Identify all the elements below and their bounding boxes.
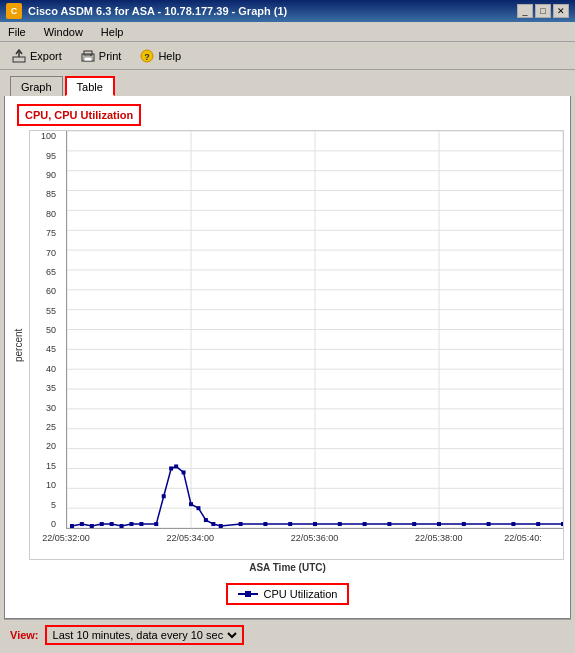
view-select-wrapper[interactable]: Last 10 minutes, data every 10 sec Last … — [45, 625, 244, 645]
svg-text:?: ? — [145, 52, 151, 62]
svg-rect-43 — [162, 494, 166, 498]
help-button[interactable]: ? Help — [134, 45, 186, 67]
svg-rect-63 — [511, 522, 515, 526]
tab-bar: Graph Table — [4, 70, 571, 96]
chart-title: CPU, CPU Utilization — [17, 104, 141, 126]
y-tick-15: 15 — [30, 461, 60, 471]
print-icon — [80, 48, 96, 64]
svg-rect-50 — [211, 522, 215, 526]
y-tick-5: 5 — [30, 500, 60, 510]
tab-graph[interactable]: Graph — [10, 76, 63, 96]
menu-help[interactable]: Help — [97, 25, 128, 39]
svg-rect-53 — [263, 522, 267, 526]
content-wrapper: Graph Table CPU, CPU Utilization percent… — [0, 70, 575, 653]
svg-rect-48 — [196, 506, 200, 510]
menu-window[interactable]: Window — [40, 25, 87, 39]
svg-rect-37 — [100, 522, 104, 526]
y-tick-90: 90 — [30, 170, 60, 180]
legend-label: CPU Utilization — [264, 588, 338, 600]
y-ticks: 0 5 10 15 20 25 30 35 40 45 50 55 60 65 … — [30, 131, 66, 529]
view-select[interactable]: Last 10 minutes, data every 10 sec Last … — [49, 628, 240, 642]
svg-rect-51 — [219, 524, 223, 528]
svg-rect-64 — [536, 522, 540, 526]
svg-rect-35 — [80, 522, 84, 526]
x-axis-labels: 22/05:32:00 22/05:34:00 22/05:36:00 22/0… — [66, 529, 563, 559]
y-tick-30: 30 — [30, 403, 60, 413]
y-tick-55: 55 — [30, 306, 60, 316]
y-axis-label: percent — [11, 130, 25, 560]
menu-bar: File Window Help — [0, 22, 575, 42]
svg-rect-60 — [437, 522, 441, 526]
svg-rect-34 — [70, 524, 74, 528]
y-tick-70: 70 — [30, 248, 60, 258]
export-icon — [11, 48, 27, 64]
print-button[interactable]: Print — [75, 45, 127, 67]
y-tick-20: 20 — [30, 441, 60, 451]
x-tick-3: 22/05:38:00 — [399, 533, 479, 543]
svg-rect-42 — [154, 522, 158, 526]
svg-rect-67 — [245, 591, 251, 597]
svg-rect-61 — [462, 522, 466, 526]
bottom-bar: View: Last 10 minutes, data every 10 sec… — [4, 619, 571, 649]
svg-rect-36 — [90, 524, 94, 528]
y-tick-100: 100 — [30, 131, 60, 141]
menu-file[interactable]: File — [4, 25, 30, 39]
help-label: Help — [158, 50, 181, 62]
minimize-button[interactable]: _ — [517, 4, 533, 18]
y-tick-65: 65 — [30, 267, 60, 277]
x-axis-title: ASA Time (UTC) — [5, 562, 570, 573]
svg-rect-44 — [169, 466, 173, 470]
svg-rect-45 — [174, 464, 178, 468]
x-tick-0: 22/05:32:00 — [26, 533, 106, 543]
print-label: Print — [99, 50, 122, 62]
svg-rect-49 — [204, 518, 208, 522]
y-tick-40: 40 — [30, 364, 60, 374]
svg-rect-52 — [239, 522, 243, 526]
chart-area: percent 0 5 10 15 20 25 30 35 40 45 50 5… — [11, 130, 564, 560]
window-controls[interactable]: _ □ ✕ — [517, 4, 569, 18]
svg-rect-47 — [189, 502, 193, 506]
svg-rect-55 — [313, 522, 317, 526]
window-title: Cisco ASDM 6.3 for ASA - 10.78.177.39 - … — [28, 5, 287, 17]
svg-rect-5 — [90, 54, 92, 55]
svg-rect-57 — [363, 522, 367, 526]
svg-rect-59 — [412, 522, 416, 526]
view-label: View: — [10, 629, 39, 641]
chart-inner: 0 5 10 15 20 25 30 35 40 45 50 55 60 65 … — [29, 130, 564, 560]
y-tick-35: 35 — [30, 383, 60, 393]
svg-rect-0 — [13, 57, 25, 62]
svg-rect-40 — [129, 522, 133, 526]
y-tick-75: 75 — [30, 228, 60, 238]
y-tick-95: 95 — [30, 151, 60, 161]
x-tick-4: 22/05:40: — [483, 533, 563, 543]
legend-area: CPU Utilization — [5, 583, 570, 605]
svg-rect-65 — [561, 522, 563, 526]
y-tick-50: 50 — [30, 325, 60, 335]
legend-box: CPU Utilization — [226, 583, 350, 605]
help-icon: ? — [139, 48, 155, 64]
y-tick-45: 45 — [30, 344, 60, 354]
svg-rect-41 — [139, 522, 143, 526]
export-button[interactable]: Export — [6, 45, 67, 67]
svg-rect-56 — [338, 522, 342, 526]
legend-line-icon — [238, 589, 258, 599]
export-label: Export — [30, 50, 62, 62]
y-tick-25: 25 — [30, 422, 60, 432]
x-tick-1: 22/05:34:00 — [150, 533, 230, 543]
y-tick-0: 0 — [30, 519, 60, 529]
y-tick-10: 10 — [30, 480, 60, 490]
tab-table[interactable]: Table — [65, 76, 115, 96]
svg-rect-3 — [84, 57, 92, 61]
svg-rect-58 — [387, 522, 391, 526]
tab-content: CPU, CPU Utilization percent 0 5 10 15 2… — [4, 96, 571, 619]
svg-rect-46 — [182, 470, 186, 474]
app-icon: C — [6, 3, 22, 19]
maximize-button[interactable]: □ — [535, 4, 551, 18]
y-tick-80: 80 — [30, 209, 60, 219]
y-tick-60: 60 — [30, 286, 60, 296]
svg-rect-62 — [487, 522, 491, 526]
x-tick-2: 22/05:36:00 — [275, 533, 355, 543]
close-button[interactable]: ✕ — [553, 4, 569, 18]
svg-rect-54 — [288, 522, 292, 526]
y-tick-85: 85 — [30, 189, 60, 199]
